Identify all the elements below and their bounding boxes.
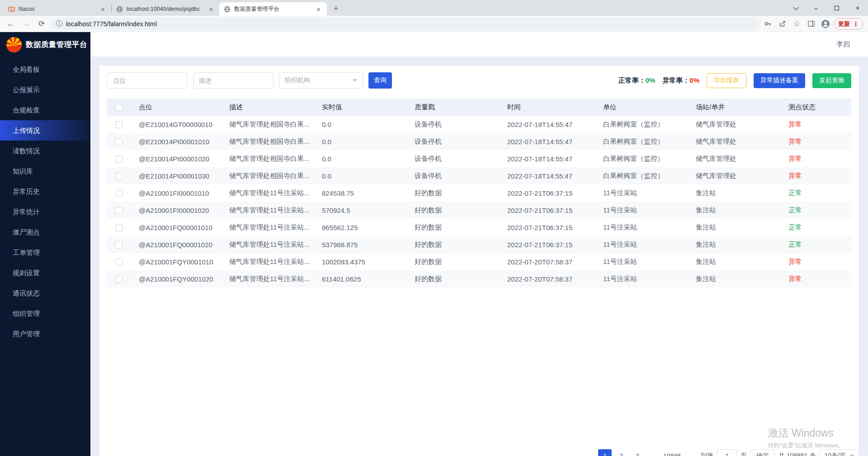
jump-confirm-button[interactable]: 确定 [750, 449, 775, 456]
desc-filter-input[interactable] [193, 72, 274, 89]
table-row: @A210001FQY0001010储气库管理处11号注采站...1002093… [107, 253, 851, 270]
sidebar-item-link[interactable]: 用户管理 [0, 324, 90, 344]
query-button[interactable]: 查询 [368, 72, 392, 89]
sidebar-item-link[interactable]: 合规检查 [0, 100, 90, 120]
cell-value: 611401.0625 [313, 270, 406, 287]
row-checkbox[interactable] [115, 155, 123, 163]
bookmark-star-icon[interactable]: ☆ [790, 18, 803, 30]
sidebar-item-link[interactable]: 规则设置 [0, 263, 90, 283]
sidebar-item-link[interactable]: 僵尸测点 [0, 222, 90, 242]
cell-desc: 储气库管理处11号注采站... [220, 270, 313, 287]
menu-dots-icon[interactable]: ⋮ [853, 20, 859, 28]
tab-close-icon[interactable]: × [207, 5, 215, 13]
row-checkbox[interactable] [115, 276, 123, 283]
row-checkbox[interactable] [115, 190, 123, 197]
sidebar-item-link[interactable]: 异常统计 [0, 202, 90, 222]
sidebar-item-active[interactable]: 上传情况 [0, 120, 90, 141]
sidebar-item-link[interactable]: 组织管理 [0, 303, 90, 324]
jump-page-input[interactable] [717, 449, 737, 456]
page-number-button[interactable]: 10886 [663, 449, 681, 456]
cell-point: @A210001FQ00001010 [130, 219, 220, 236]
sidebar-item-link[interactable]: 知识库 [0, 161, 90, 181]
page-number-button[interactable]: 1 [598, 449, 612, 456]
cell-unit: 11号注采站 [594, 219, 687, 236]
back-button[interactable]: ← [5, 18, 17, 30]
data-table: 点位 描述 实时值 质量戳 时间 单位 场站/单井 测点状态 @E210014G… [107, 99, 851, 287]
sidebar-item-link[interactable]: 通讯状态 [0, 283, 90, 303]
window-maximize-button[interactable] [826, 0, 847, 16]
side-panel-icon[interactable] [805, 18, 817, 30]
row-checkbox[interactable] [115, 121, 123, 128]
cell-desc: 储气库管理处11号注采站... [220, 253, 313, 270]
next-page-icon[interactable]: › [684, 452, 697, 456]
tab-nacos[interactable]: Nacos × [4, 2, 111, 16]
site-info-icon[interactable]: ⓘ [56, 20, 62, 28]
select-all-checkbox[interactable] [115, 104, 123, 111]
cell-unit: 11号注采站 [594, 202, 687, 219]
cell-unit: 11号注采站 [594, 253, 687, 270]
org-select[interactable]: 组织机构 [279, 72, 363, 89]
window-menu-chevron-icon[interactable] [785, 0, 806, 16]
tab-localhost-demo[interactable]: localhost:10040/demo/psjdbc × [112, 2, 219, 16]
share-icon[interactable] [776, 18, 788, 30]
row-checkbox[interactable] [115, 241, 123, 249]
sidebar-item-link[interactable]: 异常历史 [0, 181, 90, 202]
sidebar-nav: 全局看板公报展示合规检查上传情况读数情况知识库异常历史异常统计僵尸测点工单管理规… [0, 57, 90, 344]
cell-value: 0.0 [313, 133, 406, 150]
page-size-value: 10条/页 [825, 452, 846, 456]
navbar-right-icons: ☆ 更新 ⋮ [761, 18, 863, 30]
row-checkbox[interactable] [115, 207, 123, 214]
app-title: 数据质量管理平台 [26, 40, 87, 50]
table-row: @E210014PI00001010储气库管理处相国寺白果...0.0设备停机2… [107, 133, 851, 150]
cell-desc: 储气库管理处11号注采站... [220, 202, 313, 219]
cell-value: 865562.125 [313, 219, 406, 236]
tab-close-icon[interactable]: × [315, 5, 322, 13]
cell-point: @E210014PI00001010 [130, 133, 220, 150]
reload-button[interactable]: ⟳ [35, 18, 48, 30]
address-bar[interactable]: ⓘ localhost:7775/falarm/index.html [51, 18, 759, 30]
tab-close-icon[interactable]: × [99, 5, 107, 13]
row-checkbox[interactable] [115, 138, 123, 146]
new-tab-button[interactable]: + [330, 2, 342, 15]
profile-avatar-icon[interactable] [819, 18, 832, 30]
sidebar-item-link[interactable]: 读数情况 [0, 141, 90, 161]
cell-value: 0.0 [313, 116, 406, 133]
prev-page-icon[interactable]: ‹ [582, 452, 594, 456]
row-checkbox[interactable] [115, 259, 123, 266]
cell-value: 1002093.4375 [313, 253, 406, 270]
sidebar-item-link[interactable]: 工单管理 [0, 242, 90, 263]
cell-time: 2022-07-18T14:55:47 [498, 133, 594, 150]
cell-quality: 设备停机 [406, 116, 498, 133]
cell-status: 异常 [779, 167, 851, 184]
chrome-update-button[interactable]: 更新 ⋮ [834, 18, 863, 30]
cell-status: 异常 [779, 253, 851, 270]
current-user[interactable]: 李四 [836, 40, 850, 49]
tab-active-platform[interactable]: 数据质量管理平台 × [219, 2, 327, 16]
forward-button[interactable]: → [20, 18, 33, 30]
row-checkbox[interactable] [115, 224, 123, 231]
col-header-status: 测点状态 [779, 99, 851, 116]
password-key-icon[interactable] [761, 18, 774, 30]
window-close-button[interactable]: × [847, 0, 868, 16]
window-minimize-button[interactable]: – [806, 0, 826, 16]
row-checkbox[interactable] [115, 173, 123, 180]
cell-unit: 白果树阀室（监控） [594, 150, 687, 167]
page-number-button[interactable]: 3 [631, 449, 644, 456]
cell-point: @A210001FI00001020 [130, 202, 220, 219]
sidebar-item-link[interactable]: 全局看板 [0, 59, 90, 80]
abnormal-record-button[interactable]: 异常描述备案 [754, 73, 805, 88]
page-size-select[interactable]: 10条/页 [820, 449, 859, 456]
table-body: @E210014GT00000010储气库管理处相国寺白果...0.0设备停机2… [107, 116, 851, 287]
cell-time: 2022-07-18T14:55:47 [498, 150, 594, 167]
cell-station: 储气库管理处 [687, 150, 779, 167]
start-inspection-button[interactable]: 发起查验 [812, 73, 851, 88]
cell-status: 异常 [779, 133, 851, 150]
sidebar-item-link[interactable]: 公报展示 [0, 80, 90, 100]
export-report-button[interactable]: 导出报表 [707, 73, 746, 88]
normal-rate-value: 0% [646, 76, 656, 84]
page-number-button[interactable]: 2 [614, 449, 628, 456]
point-filter-input[interactable] [107, 72, 188, 89]
cell-quality: 设备停机 [406, 150, 498, 167]
cell-point: @A210001FQ00001020 [130, 236, 220, 253]
cell-time: 2022-07-20T07:58:37 [498, 270, 594, 287]
